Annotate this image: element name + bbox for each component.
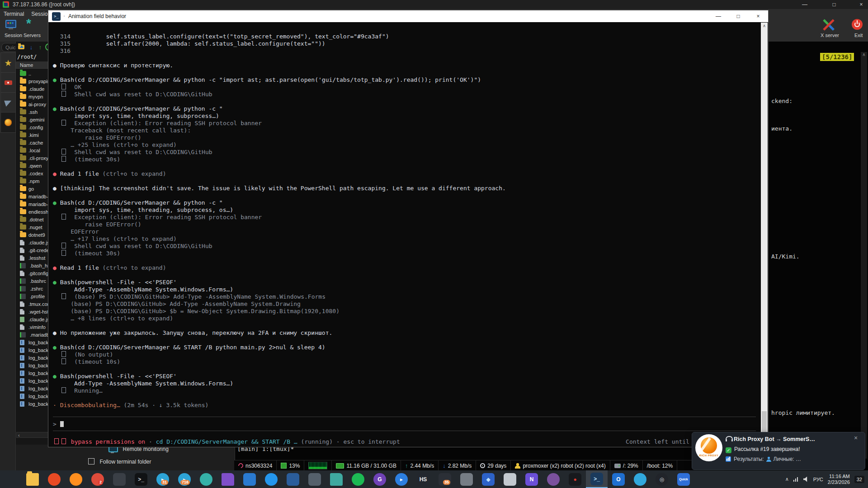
system-tray: ∧ РУС 11:16 AM 2/23/2026 32 bbox=[785, 470, 868, 488]
taskbar-icon-file-manager-blue[interactable] bbox=[282, 470, 304, 488]
status-item-users[interactable]: proxmoxer (x2) robot (x2) root (x4) bbox=[511, 460, 610, 471]
mobaxterm-titlebar[interactable]: 37.187.136.86 ([root ovh]) — □ × bbox=[0, 0, 868, 9]
moba-maximize-button[interactable]: □ bbox=[825, 0, 843, 9]
tofu-glyph bbox=[61, 243, 66, 249]
terminal-line: Traceback (most recent call last): bbox=[53, 127, 759, 134]
scroll-up-icon[interactable]: ∧ bbox=[862, 52, 865, 57]
taskbar-icon-vscode[interactable] bbox=[239, 470, 260, 488]
terminal-line bbox=[53, 272, 759, 279]
taskbar-icon-hs-suite[interactable]: HS bbox=[412, 470, 434, 488]
status-item-text: ns3063324 bbox=[245, 463, 272, 469]
taskbar-icon-dark-editor[interactable] bbox=[108, 470, 130, 488]
taskbar-icon-qbittorrent[interactable] bbox=[195, 470, 217, 488]
notification-close-icon[interactable]: × bbox=[854, 434, 858, 441]
terminal-line: ● Но приложение уже закрылось. Запущу сн… bbox=[53, 329, 759, 337]
sidebar-tab-tools[interactable] bbox=[0, 72, 16, 93]
background-terminal-scrollbar[interactable]: ∧ bbox=[861, 52, 867, 459]
mobaxterm-status-bar: ns306332413%11.16 GB / 31.00 GB↑2.44 Mb/… bbox=[234, 460, 724, 471]
taskbar-icon-chat-dark[interactable]: 35 bbox=[434, 470, 456, 488]
terminal-line: ● Read 1 file (ctrl+o to expand) bbox=[53, 170, 759, 178]
session-button[interactable] bbox=[5, 20, 16, 30]
taskbar-icon-telegram-alt[interactable]: ▸716 bbox=[174, 470, 195, 488]
taskbar-icon-spotify[interactable] bbox=[347, 470, 369, 488]
checkbox-unchecked[interactable] bbox=[88, 458, 94, 465]
servers-button[interactable]: * bbox=[26, 19, 31, 29]
taskbar-icon-quick-assist[interactable]: Quick bbox=[673, 470, 694, 488]
taskbar-icon-gray-tool[interactable] bbox=[304, 470, 326, 488]
status-item-uptime[interactable]: 29 days bbox=[476, 460, 511, 471]
clock[interactable]: 11:16 AM 2/23/2026 bbox=[828, 474, 850, 485]
status-item-down[interactable]: ↓2.82 Mb/s bbox=[439, 460, 476, 471]
x-server-button[interactable] bbox=[822, 19, 835, 31]
prompt-input[interactable]: > bbox=[53, 417, 756, 431]
status-item-disk[interactable]: /: 29% bbox=[610, 460, 643, 471]
badge-count: 31 bbox=[161, 480, 168, 485]
prompt-caret: > bbox=[53, 421, 60, 427]
moba-minimize-button[interactable]: — bbox=[796, 0, 814, 9]
taskbar-icon-gray-app[interactable] bbox=[456, 470, 477, 488]
moba-close-button[interactable]: × bbox=[852, 0, 868, 9]
taskbar-icon-outlook[interactable]: O bbox=[608, 470, 629, 488]
taskbar-icon-telegram[interactable]: ▸31 bbox=[152, 470, 174, 488]
taskbar-icon-brave-browser[interactable] bbox=[43, 470, 65, 488]
terminal-line: 314 self.status_label.configure(text=t("… bbox=[53, 33, 759, 40]
taskbar-icon-chrome-browser[interactable]: 2 bbox=[87, 470, 108, 488]
taskbar-icon-notion[interactable]: N bbox=[521, 470, 542, 488]
taskbar-icon-docker[interactable] bbox=[260, 470, 282, 488]
taskbar-icon-powershell[interactable]: >_ bbox=[586, 470, 608, 488]
taskbar-icon-start[interactable] bbox=[0, 470, 22, 488]
notification-popup[interactable]: RICH PROXY Rich Proxy Bot → SommerS… × ✓… bbox=[692, 432, 865, 470]
scroll-left-icon[interactable]: ‹ bbox=[18, 432, 20, 438]
blue-diamond-tool-glyph: ◆ bbox=[486, 476, 490, 483]
window-scrollbar[interactable]: ∧ bbox=[761, 23, 768, 447]
fd-file-icon bbox=[20, 225, 26, 230]
sidebar-tab-macros[interactable] bbox=[0, 92, 16, 113]
upload-icon[interactable]: ↑ bbox=[36, 43, 44, 51]
taskbar-icon-blue-diamond-tool[interactable]: ◆ bbox=[477, 470, 499, 488]
taskbar-icon-file-explorer[interactable] bbox=[22, 470, 43, 488]
menu-terminal[interactable]: Terminal bbox=[4, 11, 24, 17]
taskbar-icon-media-play[interactable]: ▸ bbox=[391, 470, 412, 488]
taskbar-icon-terminal-cmd[interactable]: >_ bbox=[130, 470, 152, 488]
tofu-glyph bbox=[61, 250, 66, 256]
status-item-text: 13% bbox=[289, 463, 300, 469]
current-path[interactable]: /root/ bbox=[17, 54, 37, 60]
status-item-cpu[interactable]: 13% bbox=[277, 460, 304, 471]
status-item-up[interactable]: ↑2.44 Mb/s bbox=[401, 460, 439, 471]
swiss-knife-icon bbox=[5, 80, 12, 85]
terminal-line: ● Bash(cd D:/CODING/ServerManager && pyt… bbox=[53, 199, 759, 206]
status-item-ram[interactable]: 11.16 GB / 31.00 GB bbox=[332, 460, 401, 471]
close-button[interactable]: × bbox=[748, 10, 768, 22]
taskbar-icon-teal-doc[interactable] bbox=[326, 470, 347, 488]
status-item-debian[interactable]: ns3063324 bbox=[234, 460, 277, 471]
taskbar-icon-goland[interactable]: G bbox=[369, 470, 391, 488]
download-icon[interactable]: ↓ bbox=[27, 43, 35, 51]
language-indicator[interactable]: РУС bbox=[813, 477, 823, 482]
taskbar-icon-yt-music[interactable]: ● bbox=[564, 470, 586, 488]
taskbar-icon-firefox-browser[interactable] bbox=[65, 470, 87, 488]
scrollbar-up-icon[interactable]: ∧ bbox=[761, 23, 768, 29]
terminal-line: (base) PS D:\CODING\GitHub> Add-Type -As… bbox=[53, 293, 759, 300]
minimize-button[interactable]: — bbox=[708, 10, 728, 22]
volume-icon[interactable] bbox=[803, 477, 809, 482]
window-titlebar[interactable]: >_ · Animation field behavior — □ × bbox=[48, 10, 768, 22]
file-manager-blue-icon bbox=[287, 473, 299, 486]
taskbar-icon-obs-studio[interactable]: ◎ bbox=[651, 470, 673, 488]
folder-up-icon[interactable] bbox=[17, 43, 25, 51]
follow-terminal-checkbox-row[interactable]: Follow terminal folder bbox=[88, 457, 151, 465]
exit-button[interactable] bbox=[852, 19, 863, 32]
sidebar-tab-favorites[interactable]: ★ bbox=[0, 52, 16, 73]
taskbar-icon-light-app[interactable] bbox=[499, 470, 521, 488]
maximize-button[interactable]: □ bbox=[728, 10, 748, 22]
status-item-text[interactable]: /boot: 12% bbox=[643, 460, 677, 471]
hidden-icons-chevron[interactable]: ∧ bbox=[785, 476, 789, 482]
sidebar-tab-sftp[interactable] bbox=[0, 112, 16, 133]
yt-music-icon: ● bbox=[569, 473, 581, 486]
taskbar-icon-viber[interactable] bbox=[542, 470, 564, 488]
network-icon[interactable] bbox=[793, 477, 799, 482]
vscode-icon bbox=[243, 473, 256, 486]
taskbar-icon-telegram-web[interactable] bbox=[629, 470, 651, 488]
status-item-graph[interactable] bbox=[304, 460, 332, 471]
taskbar-icon-purple-notes[interactable] bbox=[217, 470, 239, 488]
notification-count-badge[interactable]: 32 bbox=[854, 476, 864, 483]
